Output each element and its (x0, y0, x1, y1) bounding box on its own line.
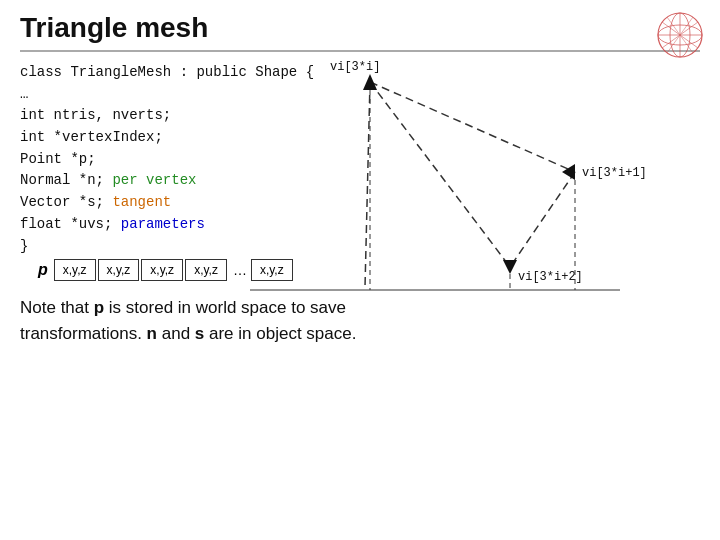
code-normal-prefix: Normal *n; (20, 172, 104, 188)
svg-line-11 (370, 82, 510, 267)
svg-line-9 (370, 82, 575, 172)
code-vector-prefix: Vector *s; (20, 194, 104, 210)
p-cell-1: x,y,z (54, 259, 96, 281)
code-vector-suffix: tangent (104, 194, 171, 210)
code-float-prefix: float *uvs; (20, 216, 112, 232)
code-normal-suffix: per vertex (104, 172, 196, 188)
p-cell-5: x,y,z (251, 259, 293, 281)
p-cell-3: x,y,z (141, 259, 183, 281)
p-row: p x,y,z x,y,z x,y,z x,y,z … x,y,z (38, 259, 700, 281)
vi3i-label: vi[3*i] (330, 60, 380, 74)
note-line-2: transformations. n and s are in object s… (20, 321, 700, 347)
page-title: Triangle mesh (20, 12, 700, 44)
code-float-suffix: parameters (112, 216, 204, 232)
svg-line-10 (510, 172, 575, 267)
p-cell-4: x,y,z (185, 259, 227, 281)
p-cell-2: x,y,z (98, 259, 140, 281)
svg-line-12 (365, 82, 370, 287)
vi3i1-label: vi[3*i+1] (582, 166, 647, 180)
p-label: p (38, 261, 48, 279)
page: Triangle mesh class TriangleMesh : publi… (0, 0, 720, 540)
p-ellipsis: … (233, 262, 247, 278)
triangle-diagram: vi[3*i] vi[3*i+1] vi[3*i+2] (200, 52, 660, 322)
mesh-icon (653, 8, 708, 63)
content-area: class TriangleMesh : public Shape { … in… (20, 62, 700, 257)
svg-marker-13 (363, 74, 377, 90)
code-ellipsis: … (20, 84, 28, 106)
